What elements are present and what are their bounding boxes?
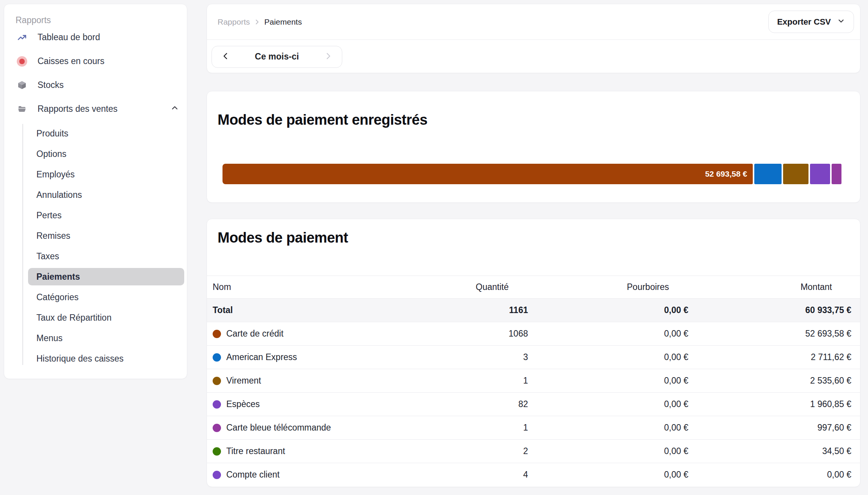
table-row-titre-restaurant: Titre restaurant20,00 €34,50 € (207, 439, 860, 463)
sidebar-subitem-menus[interactable]: Menus (4, 328, 187, 348)
payment-method-label: Virement (226, 376, 261, 386)
cell-tips: 0,00 € (537, 376, 697, 386)
sidebar-subitem-employes[interactable]: Employés (4, 164, 187, 185)
payment-method-name: Espèces (207, 399, 442, 409)
payment-method-color-dot (213, 353, 221, 362)
bar-segment-value: 52 693,58 € (705, 169, 753, 179)
cell-amount: 997,60 € (697, 423, 860, 433)
sidebar-subitem-categories[interactable]: Catégories (4, 287, 187, 307)
table-total-row: Total 1161 0,00 € 60 933,75 € (207, 298, 860, 322)
column-header-nom: Nom (207, 282, 442, 292)
next-period-button[interactable] (322, 50, 334, 63)
cell-amount: 34,50 € (697, 446, 860, 456)
payment-method-name: American Express (207, 352, 442, 362)
sidebar-item-rapports-des-ventes[interactable]: Rapports des ventes (4, 97, 187, 121)
sidebar-section-label: Rapports (4, 4, 187, 25)
payment-method-label: Carte bleue télécommande (226, 423, 331, 433)
bar-segment-especes (810, 164, 830, 184)
stacked-bar: 52 693,58 € (222, 164, 841, 184)
table-header-row: Nom Quantité Pourboires Montant (207, 276, 860, 298)
table-row-compte-client: Compte client40,00 €0,00 € (207, 463, 860, 486)
sidebar-item-caisses-en-cours[interactable]: Caisses en cours (4, 49, 187, 73)
payment-method-label: American Express (226, 352, 297, 362)
sidebar-subitem-paiements[interactable]: Paiements (4, 266, 187, 287)
sidebar-item-label: Rapports des ventes (38, 104, 118, 114)
period-selector: Ce mois-ci (212, 46, 342, 68)
table-row-carte-bleue-telecommande: Carte bleue télécommande10,00 €997,60 € (207, 416, 860, 439)
payment-method-name: Virement (207, 376, 442, 386)
sidebar-subitem-taxes[interactable]: Taxes (4, 246, 187, 266)
sidebar-item-label: Caisses en cours (38, 56, 104, 66)
sidebar-subitem-taux-de-repartition[interactable]: Taux de Répartition (4, 307, 187, 328)
sidebar-subitem-pertes[interactable]: Pertes (4, 205, 187, 226)
sidebar-subitem-label: Historique des caisses (36, 354, 124, 364)
sidebar-subitem-label: Annulations (36, 190, 82, 200)
sidebar-subitem-label: Employés (36, 169, 75, 180)
page: { "sidebar": { "section_label": "Rapport… (0, 0, 868, 495)
table-row-american-express: American Express30,00 €2 711,62 € (207, 345, 860, 369)
cell-quantity: 1 (442, 376, 537, 386)
sidebar-item-label: Tableau de bord (38, 32, 100, 42)
folder-icon (16, 105, 28, 114)
total-amount: 60 933,75 € (697, 305, 860, 315)
cube-icon (16, 80, 28, 90)
payment-method-label: Espèces (226, 399, 260, 409)
payment-method-color-dot (213, 424, 221, 432)
column-header-quantite: Quantité (442, 282, 537, 292)
sidebar-subitem-annulations[interactable]: Annulations (4, 185, 187, 205)
sidebar-subitem-label: Produits (36, 128, 68, 139)
payment-method-color-dot (213, 447, 221, 456)
page-header-card: Rapports Paiements Exporter CSV (207, 4, 860, 73)
cell-tips: 0,00 € (537, 399, 697, 409)
payment-method-color-dot (213, 377, 221, 385)
cell-amount: 2 535,60 € (697, 376, 860, 386)
registered-payments-title: Modes de paiement enregistrés (218, 91, 860, 128)
period-row: Ce mois-ci (207, 40, 860, 74)
sidebar-subitem-remises[interactable]: Remises (4, 226, 187, 246)
previous-period-button[interactable] (219, 50, 232, 63)
cell-amount: 1 960,85 € (697, 399, 860, 409)
payment-method-name: Compte client (207, 470, 442, 480)
bar-segment-carte-de-credit: 52 693,58 € (222, 164, 753, 184)
cell-quantity: 4 (442, 470, 537, 480)
sidebar-item-stocks[interactable]: Stocks (4, 73, 187, 97)
breadcrumb-rapports[interactable]: Rapports (218, 17, 250, 27)
registered-payments-card: Modes de paiement enregistrés 52 693,58 … (207, 91, 860, 203)
sidebar-subitem-produits[interactable]: Produits (4, 123, 187, 144)
column-header-pourboires: Pourboires (537, 282, 697, 292)
cell-quantity: 1068 (442, 329, 537, 339)
total-tips: 0,00 € (537, 305, 697, 315)
cell-quantity: 1 (442, 423, 537, 433)
payment-method-name: Carte bleue télécommande (207, 423, 442, 433)
column-header-montant: Montant (697, 282, 860, 292)
sidebar-item-tableau-de-bord[interactable]: Tableau de bord (4, 25, 187, 49)
sidebar-subitem-label: Remises (36, 231, 70, 241)
sidebar: Rapports Tableau de bord Caisses en cour… (4, 4, 187, 379)
payment-method-color-dot (213, 400, 221, 409)
cell-amount: 2 711,62 € (697, 352, 860, 362)
sidebar-subitem-label: Pertes (36, 210, 61, 221)
trending-up-icon (16, 33, 28, 42)
cell-quantity: 2 (442, 446, 537, 456)
total-label: Total (207, 305, 442, 315)
cell-tips: 0,00 € (537, 352, 697, 362)
sidebar-subitem-historique-des-caisses[interactable]: Historique des caisses (4, 348, 187, 369)
chevron-right-icon (254, 19, 260, 25)
sidebar-subitem-label: Menus (36, 333, 63, 343)
breadcrumb-paiements: Paiements (264, 17, 302, 27)
export-csv-button[interactable]: Exporter CSV (768, 11, 854, 33)
sidebar-item-label: Stocks (38, 80, 64, 90)
total-quantity: 1161 (442, 305, 537, 315)
payment-method-color-dot (213, 471, 221, 479)
cell-tips: 0,00 € (537, 470, 697, 480)
chevron-right-icon (324, 52, 333, 62)
payments-table: Nom Quantité Pourboires Montant Total 11… (207, 276, 860, 486)
table-row-virement: Virement10,00 €2 535,60 € (207, 369, 860, 392)
cell-quantity: 3 (442, 352, 537, 362)
payment-method-color-dot (213, 330, 221, 338)
sidebar-subitem-options[interactable]: Options (4, 144, 187, 164)
cell-amount: 52 693,58 € (697, 329, 860, 339)
payment-method-name: Carte de crédit (207, 329, 442, 339)
bar-segment-virement (783, 164, 808, 184)
period-label: Ce mois-ci (255, 52, 299, 62)
